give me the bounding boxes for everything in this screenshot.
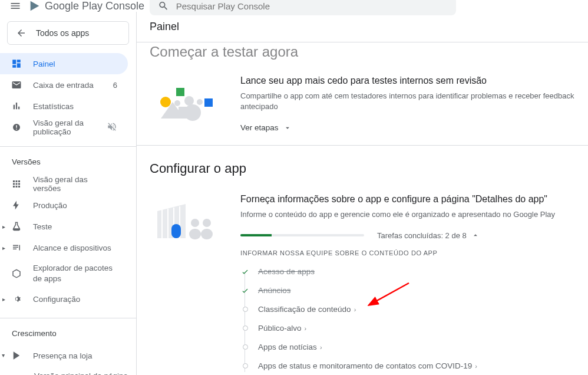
main-content: Painel Começar a testar agora [137,12,588,375]
circle-icon [240,343,250,352]
svg-rect-18 [201,229,213,239]
section-title-setup: Configurar o app [150,161,575,176]
tasks-heading: INFORMAR NOSSA EQUIPE SOBRE O CONTEÚDO D… [240,249,575,256]
sidebar-item-label: Estatísticas [33,102,117,111]
task-label: Apps de notícias › [258,343,322,351]
sidebar-item-label: Produção [33,201,117,210]
card-internal-testing: Lance seu app mais cedo para testes inte… [150,71,575,145]
task-label: Apps de status e monitoramento de contat… [258,361,477,370]
gear-icon [11,294,22,304]
search-input[interactable] [176,1,448,11]
sidebar-item-setup[interactable]: ▸ Configuração [0,288,128,310]
task-label: Anúncios [258,286,291,295]
publish-icon [11,122,22,133]
svg-rect-14 [171,224,181,238]
sidebar-item-label: Visão geral das versões [33,175,117,193]
dashboard-icon [11,58,22,69]
muted-icon [107,121,117,134]
task-label: Público-alvo › [258,324,306,333]
app-header: Google Play Console [0,0,588,12]
page-title-row: Painel [137,12,588,42]
svg-point-3 [174,100,180,106]
chevron-down-icon [283,124,292,132]
sidebar-item-painel[interactable]: Painel [0,53,128,74]
sidebar-item-testing[interactable]: ▸ Teste [0,216,128,237]
card-title: Lance seu app mais cedo para testes inte… [240,75,575,86]
illustration-testing [150,75,226,129]
task-item-content-rating[interactable]: Classificação de conteúdo › [240,300,575,319]
package-icon [11,268,22,279]
expand-caret-icon: ▸ [2,245,5,251]
svg-rect-17 [189,229,201,239]
stats-icon [11,101,22,111]
sidebar-item-label: Configuração [33,295,117,304]
svg-point-16 [203,219,211,227]
task-item-target-audience[interactable]: Público-alvo › [240,319,575,338]
sidebar-item-releases-overview[interactable]: Visão geral das versões [0,173,128,195]
inbox-icon [11,80,22,90]
circle-icon [240,305,250,314]
sidebar-item-store-presence[interactable]: ▸ Presença na loja [0,345,128,366]
task-item-news-apps[interactable]: Apps de notícias › [240,338,575,357]
progress-bar [240,234,364,236]
all-apps-label: Todos os apps [36,28,89,38]
menu-icon[interactable] [9,0,21,12]
progress-row: Tarefas concluídas: 2 de 8 [240,231,575,240]
store-icon [11,350,22,361]
progress-text: Tarefas concluídas: 2 de 8 [377,231,467,240]
sidebar-item-label: Alcance e dispositivos [33,244,117,252]
svg-point-4 [197,99,203,105]
svg-point-2 [184,96,194,106]
sidebar-item-pub-overview[interactable]: Visão geral da publicação [0,117,128,138]
card-description: Informe o conteúdo do app e gerencie com… [240,209,575,220]
logo-text: Google Play Console [45,0,144,12]
sidebar-item-label: Presença na loja [33,351,117,360]
sidebar-item-bundle-explorer[interactable]: Explorador de pacotes de apps [0,258,128,288]
task-label: Acesso de apps [258,267,315,276]
expand-caret-icon: ▸ [1,354,7,357]
task-item-ads[interactable]: Anúncios [240,281,575,300]
all-apps-button[interactable]: Todos os apps [7,21,129,45]
check-icon [240,286,250,295]
svg-point-0 [160,97,171,107]
card-app-setup: Forneça informações sobre o app e config… [150,189,575,375]
grid-icon [11,179,22,189]
sidebar-item-stats[interactable]: Estatísticas [0,96,128,117]
task-item-covid[interactable]: Apps de status e monitoramento de contat… [240,357,575,375]
illustration-setup [150,194,226,247]
inbox-count-badge: 6 [113,81,117,90]
sidebar-item-inbox[interactable]: Caixa de entrada 6 [0,74,128,96]
sidebar-section-versoes: Versões [0,152,136,170]
card-description: Compartilhe o app com até cem testadores… [240,91,575,112]
devices-icon [11,242,22,253]
search-icon [158,0,169,12]
task-list: Acesso de apps Anúncios Classificação de… [240,262,575,375]
ver-etapas-button[interactable]: Ver etapas [240,123,292,132]
sidebar-subitem-main-store-listing[interactable]: Versão principal da página "Detalhes do … [0,366,136,375]
sidebar-item-label: Painel [33,60,117,68]
section-title-testing: Começar a testar agora [150,44,575,60]
circle-icon [240,324,250,333]
ver-etapas-label: Ver etapas [240,123,279,132]
sidebar-item-label: Explorador de pacotes de apps [33,263,117,284]
circle-icon [240,361,250,371]
sidebar-item-production[interactable]: Produção [0,195,128,216]
svg-rect-5 [204,98,213,107]
expand-caret-icon: ▸ [2,296,5,302]
svg-rect-8 [179,107,187,119]
sidebar-item-reach[interactable]: ▸ Alcance e dispositivos [0,237,128,258]
progress-fill [240,234,272,236]
arrow-left-icon [16,28,27,38]
card-title: Forneça informações sobre o app e config… [240,194,575,205]
logo[interactable]: Google Play Console [28,0,144,12]
progress-toggle[interactable]: Tarefas concluídas: 2 de 8 [377,231,480,240]
chevron-up-icon [471,231,480,239]
sidebar-item-label: Teste [33,222,117,231]
task-item-app-access[interactable]: Acesso de apps [240,262,575,281]
svg-rect-1 [176,88,184,96]
sidebar-item-label: Visão geral da publicação [33,119,96,136]
svg-point-15 [191,219,199,227]
sidebar-section-crescimento: Crescimento [0,323,136,341]
check-icon [240,267,250,277]
search-bar[interactable] [150,0,456,15]
